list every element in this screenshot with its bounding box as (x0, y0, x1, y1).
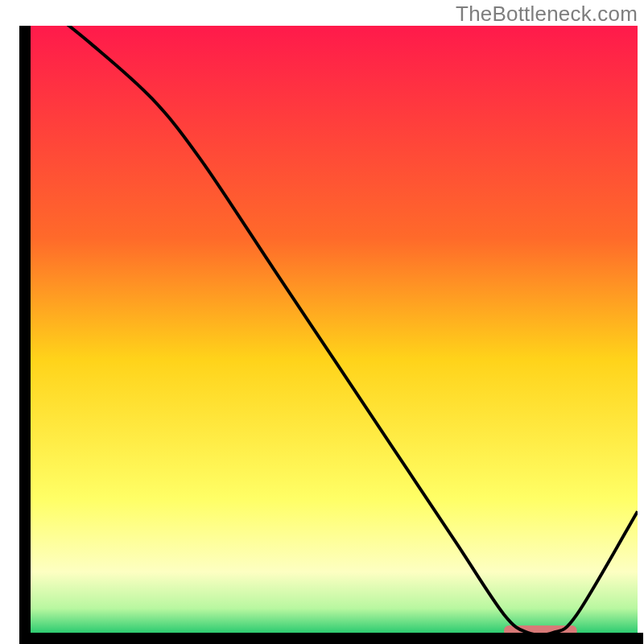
bottleneck-chart (0, 0, 644, 644)
chart-root: { "attribution": "TheBottleneck.com", "c… (0, 0, 644, 644)
attribution-text: TheBottleneck.com (456, 2, 638, 27)
plot-area (31, 26, 638, 633)
